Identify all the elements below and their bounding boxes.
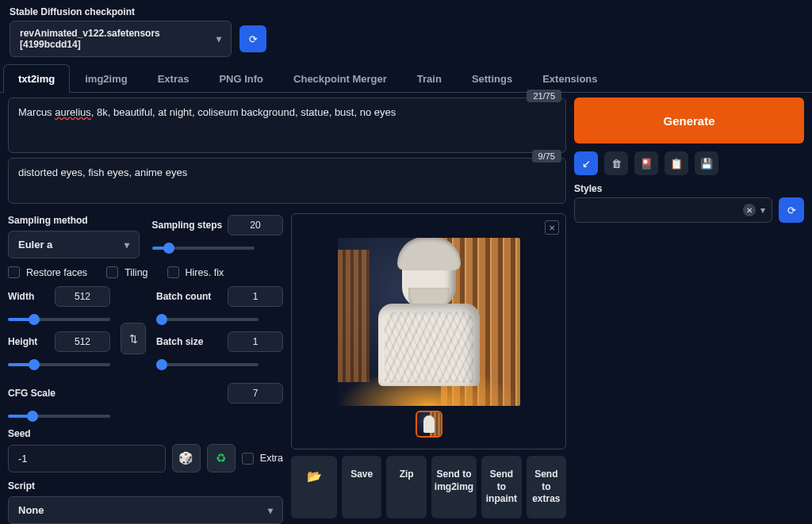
script-select[interactable]: None ▾ (8, 496, 283, 524)
width-value[interactable]: 512 (55, 286, 110, 307)
send-extras-button[interactable]: Send to extras (527, 456, 566, 518)
tab-train[interactable]: Train (402, 64, 457, 93)
preview-panel: ✕ (291, 213, 566, 449)
card-tool-button[interactable]: 🎴 (634, 151, 658, 175)
send-inpaint-button[interactable]: Send to inpaint (481, 456, 521, 518)
styles-select[interactable]: ✕ ▾ (574, 197, 772, 223)
folder-icon: 📂 (307, 469, 322, 483)
floppy-icon: 💾 (700, 158, 713, 170)
output-image[interactable] (338, 238, 520, 406)
trash-icon: 🗑 (611, 158, 622, 170)
tab-checkpoint-merger[interactable]: Checkpoint Merger (278, 64, 402, 93)
refresh-checkpoint-button[interactable]: ⟳ (239, 25, 266, 52)
tiling-checkbox[interactable]: Tiling (106, 266, 147, 278)
tab-img2img[interactable]: img2img (70, 64, 142, 93)
chevron-down-icon: ▾ (760, 205, 765, 216)
script-label: Script (8, 480, 283, 491)
styles-label: Styles (574, 183, 804, 194)
checkpoint-select[interactable]: revAnimated_v122.safetensors [4199bcdd14… (10, 21, 232, 57)
cfg-slider[interactable] (8, 415, 110, 418)
output-thumbnail[interactable] (416, 411, 442, 438)
send-img2img-button[interactable]: Send to img2img (431, 456, 477, 518)
seed-extra-checkbox[interactable]: Extra (242, 453, 283, 465)
hires-fix-checkbox[interactable]: Hires. fix (167, 266, 224, 278)
save-tool-button[interactable]: 💾 (695, 151, 718, 175)
batch-count-slider[interactable] (156, 318, 259, 321)
dice-icon: 🎲 (178, 451, 193, 465)
prompt-input[interactable]: Marcus aurelius, 8k, beautiful, at night… (8, 98, 566, 153)
recycle-icon: ♻ (216, 451, 226, 465)
height-label: Height (8, 336, 37, 347)
generate-button[interactable]: Generate (574, 98, 804, 143)
refresh-styles-button[interactable]: ⟳ (779, 197, 804, 223)
swap-icon: ⇅ (129, 333, 138, 345)
close-preview-button[interactable]: ✕ (545, 220, 559, 235)
checkpoint-value: revAnimated_v122.safetensors [4199bcdd14… (20, 28, 216, 50)
width-slider[interactable] (8, 318, 110, 321)
seed-input[interactable] (8, 445, 166, 472)
tab-extensions[interactable]: Extensions (527, 64, 612, 93)
seed-reuse-button[interactable]: ♻ (207, 444, 236, 472)
sampling-steps-slider[interactable] (152, 247, 255, 250)
clipboard-tool-button[interactable]: 📋 (665, 151, 688, 175)
main-tabs: txt2img img2img Extras PNG Info Checkpoi… (0, 60, 812, 93)
close-icon: ✕ (549, 224, 555, 232)
negative-prompt-input[interactable]: distorted eyes, fish eyes, anime eyes (8, 158, 566, 204)
batch-count-label: Batch count (156, 291, 211, 302)
zip-button[interactable]: Zip (386, 456, 426, 518)
neg-prompt-token-count: 9/75 (532, 150, 561, 163)
clipboard-icon: 📋 (670, 158, 683, 170)
seed-label: Seed (8, 428, 283, 439)
height-slider[interactable] (8, 363, 110, 366)
sampling-steps-label: Sampling steps (152, 220, 223, 231)
tab-settings[interactable]: Settings (457, 64, 527, 93)
refresh-icon: ⟳ (249, 33, 258, 45)
chevron-down-icon: ▾ (268, 505, 273, 516)
width-label: Width (8, 291, 34, 302)
batch-size-slider[interactable] (156, 363, 259, 366)
cfg-value[interactable]: 7 (228, 383, 283, 404)
batch-count-value[interactable]: 1 (228, 286, 283, 307)
trash-tool-button[interactable]: 🗑 (604, 151, 628, 175)
height-value[interactable]: 512 (55, 331, 110, 352)
arrow-tool-button[interactable]: ↙ (574, 151, 598, 175)
sampling-method-label: Sampling method (8, 215, 140, 226)
card-icon: 🎴 (640, 158, 653, 170)
seed-random-button[interactable]: 🎲 (172, 444, 201, 472)
prompt-token-count: 21/75 (527, 90, 561, 102)
open-folder-button[interactable]: 📂 (291, 456, 337, 518)
cfg-label: CFG Scale (8, 388, 56, 399)
clear-icon[interactable]: ✕ (743, 204, 756, 216)
tab-pnginfo[interactable]: PNG Info (204, 64, 278, 93)
refresh-icon: ⟳ (787, 205, 796, 216)
sampling-method-select[interactable]: Euler a ▾ (8, 231, 140, 258)
save-button[interactable]: Save (342, 456, 381, 518)
sampling-steps-value[interactable]: 20 (228, 215, 283, 235)
batch-size-value[interactable]: 1 (228, 331, 283, 352)
chevron-down-icon: ▾ (124, 239, 129, 251)
batch-size-label: Batch size (156, 336, 203, 347)
arrow-icon: ↙ (582, 158, 591, 170)
chevron-down-icon: ▾ (216, 33, 221, 44)
restore-faces-checkbox[interactable]: Restore faces (8, 266, 87, 278)
swap-dims-button[interactable]: ⇅ (121, 323, 146, 354)
checkpoint-label: Stable Diffusion checkpoint (10, 6, 802, 17)
tab-extras[interactable]: Extras (143, 64, 205, 93)
tab-txt2img[interactable]: txt2img (3, 64, 70, 93)
